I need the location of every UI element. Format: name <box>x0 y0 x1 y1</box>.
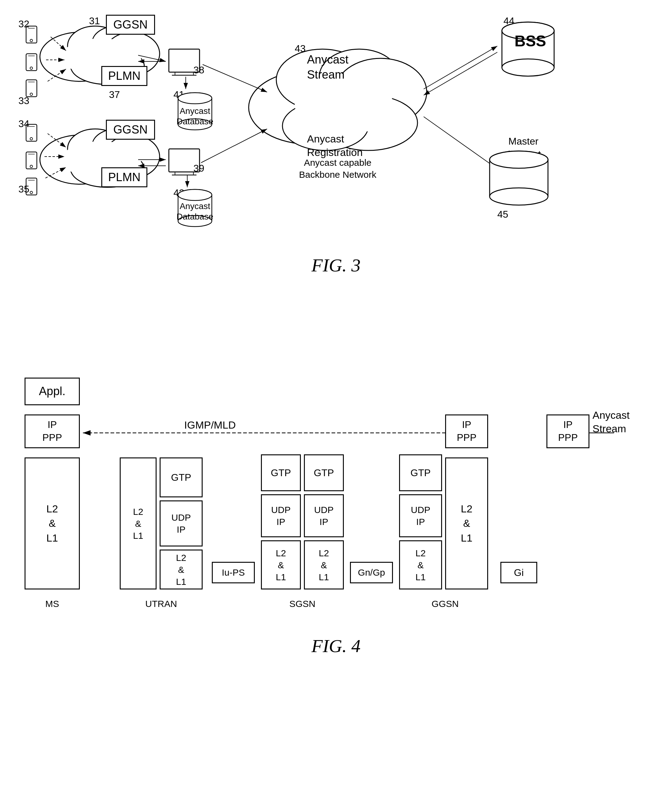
mobile-bottom2 <box>23 150 40 175</box>
right-ip-ppp-box: IPPPP <box>546 414 589 448</box>
sgsn-udpip-right-box: UDPIP <box>304 494 344 537</box>
anycast-stream-label: AnycastStream <box>307 52 349 83</box>
ggsn-label: GGSN <box>396 599 494 609</box>
ggsn-top-box: GGSN <box>106 15 155 35</box>
sgsn-label: SGSN <box>258 599 347 609</box>
ggsn-bottom-box: GGSN <box>106 120 155 140</box>
svg-line-28 <box>138 55 166 61</box>
ref-43: 43 <box>295 43 306 54</box>
svg-line-22 <box>51 37 66 51</box>
fig3-label: FIG. 3 <box>0 255 672 276</box>
plmn-bottom-box: PLMN <box>101 167 147 187</box>
svg-point-55 <box>30 191 32 194</box>
ref-35: 35 <box>18 184 29 195</box>
gn-gp-box: Gn/Gp <box>350 562 393 583</box>
sgsn-udpip-left-box: UDPIP <box>261 494 301 537</box>
sgsn-l2l1-left-box: L2&L1 <box>261 540 301 590</box>
ref-31: 31 <box>89 15 100 27</box>
svg-point-21 <box>295 74 393 135</box>
utran-udpip-box: UDPIP <box>160 500 203 547</box>
svg-point-86 <box>490 151 548 168</box>
sgsn-gtp-right-box: GTP <box>304 454 344 491</box>
svg-rect-42 <box>26 54 37 70</box>
ggsn-l2l1-right-box: L2&L1 <box>445 457 488 590</box>
svg-point-85 <box>490 188 548 205</box>
ggsn-l2l1-box: L2&L1 <box>399 540 442 590</box>
backbone-label: Anycast capableBackbone Network <box>276 157 399 181</box>
svg-point-79 <box>502 59 554 76</box>
ref-37: 37 <box>109 89 120 101</box>
plmn-top-box: PLMN <box>101 66 147 86</box>
svg-point-46 <box>30 93 32 96</box>
svg-line-24 <box>48 69 66 82</box>
sgsn-l2l1-right-box: L2&L1 <box>304 540 344 590</box>
ggsn-ip-ppp-box: IPPPP <box>445 414 488 448</box>
svg-line-32 <box>203 64 267 92</box>
utran-l2l1-box: L2&L1 <box>120 457 157 590</box>
anycast-stream-fig4-label: AnycastStream <box>592 408 630 435</box>
svg-point-40 <box>30 39 32 42</box>
ggsn-gtp-box: GTP <box>399 454 442 491</box>
anycast-registration-label: AnycastRegistration <box>307 132 363 159</box>
master-anycast-db-cylinder <box>485 150 553 212</box>
svg-rect-48 <box>26 124 37 141</box>
svg-line-35 <box>424 52 497 95</box>
fig4-label: FIG. 4 <box>0 636 672 657</box>
gi-box: Gi <box>501 562 537 583</box>
svg-point-74 <box>178 189 212 200</box>
svg-line-25 <box>48 134 66 147</box>
ms-l2l1-box: L2&L1 <box>24 457 80 590</box>
ggsn-udpip-box: UDPIP <box>399 494 442 537</box>
svg-rect-39 <box>26 26 37 43</box>
ref-39: 39 <box>194 163 205 174</box>
utran-label: UTRAN <box>120 599 203 609</box>
bss-label: BSS <box>502 32 559 50</box>
sgsn-gtp-left-box: GTP <box>261 454 301 491</box>
mobile-top2 <box>23 52 40 77</box>
utran-l2l1b-box: L2&L1 <box>160 550 203 590</box>
igmp-mld-label: IGMP/MLD <box>184 419 236 431</box>
svg-line-27 <box>45 167 66 178</box>
figure-3: 32 31 36 33 34 35 GGSN <box>0 0 672 368</box>
svg-rect-45 <box>26 80 37 97</box>
anycast-db-top-label: AnycastDatabase <box>176 106 213 126</box>
utran-gtp-box: GTP <box>160 457 203 497</box>
ms-label: MS <box>24 599 80 609</box>
appl-box: Appl. <box>24 377 80 405</box>
svg-rect-51 <box>26 152 37 169</box>
iu-ps-box: Iu-PS <box>212 562 255 583</box>
bss-cylinder <box>497 21 559 83</box>
anycast-db-bottom-label: AnycastDatabase <box>176 201 213 222</box>
svg-line-34 <box>424 46 497 89</box>
svg-point-52 <box>30 165 32 168</box>
svg-point-65 <box>178 93 212 104</box>
svg-point-43 <box>30 67 32 69</box>
svg-line-33 <box>201 129 267 163</box>
figure-4: Appl. IPPPP L2&L1 MS IGMP/MLD L2&L1 UDPI… <box>0 368 672 793</box>
ms-ip-ppp-box: IPPPP <box>24 414 80 448</box>
mobile-32 <box>23 24 40 49</box>
mobile-34 <box>23 123 40 147</box>
ref-33: 33 <box>18 95 29 107</box>
svg-point-49 <box>30 137 32 140</box>
ref-38: 38 <box>194 64 205 76</box>
